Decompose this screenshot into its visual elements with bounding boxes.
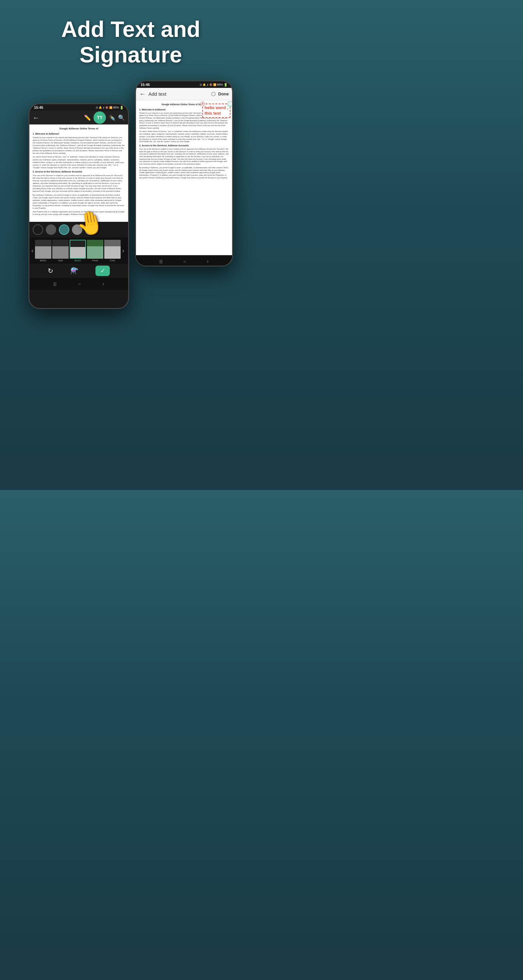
text-overlay-box[interactable]: × ↔ hello word , this test <box>203 103 230 118</box>
filter-button[interactable]: ⚗️ <box>70 267 78 275</box>
doc-s1-title-left: 1. Welcome to AdSense! <box>33 132 125 135</box>
thumb-color[interactable]: Color <box>104 240 121 262</box>
tt-button[interactable]: TT <box>94 111 106 124</box>
nav-menu-icon-right: ||| <box>159 259 163 264</box>
toolbar-left: ← ✏️ TT ✒️ 🔍 <box>29 111 128 124</box>
header-line1: Add Text and <box>6 16 255 42</box>
color-black[interactable] <box>33 224 43 235</box>
add-text-title: Add text <box>148 91 209 97</box>
status-icons-right: ⊡ 🔔 ⚷ 🔇 📶 89% 🔋 <box>200 83 228 87</box>
signature-button[interactable]: ✒️ <box>108 115 115 121</box>
thumb-auto[interactable]: Auto <box>52 240 69 262</box>
doc-s2-text-left: Your use of the Services is subject to y… <box>33 174 125 193</box>
doc-s1b-text-right: As used in these Terms of Service, "you"… <box>139 130 229 143</box>
header-section: Add Text and Signature <box>0 0 262 74</box>
hand-pointer: 🤚 <box>74 207 107 239</box>
nav-home-icon-right: ○ <box>183 259 186 264</box>
nav-menu-icon-left: ||| <box>53 282 56 286</box>
text-overlay-line1: hello word , <box>205 105 228 111</box>
nav-back-icon-left: ‹ <box>103 281 104 287</box>
thumb-next[interactable]: › <box>121 247 125 254</box>
doc-s1b-text-left: As used in these Terms of Service, "you"… <box>33 156 125 169</box>
text-overlay-line2: this test <box>205 111 228 116</box>
phones-section: 15:45 ⊡ 🔔 ⚷ 🔇 📶 90% 🔋 ← ✏️ TT ✒️ 🔍 <box>0 74 262 309</box>
doc-s2-text-right: Your use of the Services is subject to y… <box>139 148 229 165</box>
thumb-photo[interactable]: Photo <box>87 240 103 262</box>
status-icons-left: ⊡ 🔔 ⚷ 🔇 📶 90% 🔋 <box>96 106 124 110</box>
text-overlay-close-btn[interactable]: × <box>200 102 205 106</box>
doc-s2b-text-left: By enrolling in AdSense, you permit Goog… <box>33 194 125 210</box>
nav-bar-right: ||| ○ › <box>136 256 232 267</box>
text-overlay-handle-btn[interactable]: ↔ <box>228 102 232 106</box>
thumb-prev[interactable]: ‹ <box>31 247 34 254</box>
document-area-right: × ↔ hello word , this test Google AdSens… <box>136 100 232 255</box>
doc-s2b-text-right: By enrolling in AdSense, you permit Goog… <box>139 167 229 179</box>
document-area-left: Google AdSense Online Terms of 1. Welcom… <box>29 124 128 222</box>
status-bar-right: 15:46 ⊡ 🔔 ⚷ 🔇 📶 89% 🔋 <box>136 81 232 88</box>
share-icon-right[interactable]: ⬡ <box>211 91 216 97</box>
nav-home-icon-left: ○ <box>78 281 81 286</box>
confirm-button[interactable]: ✓ <box>96 266 110 276</box>
doc-title-left: Google AdSense Online Terms of <box>33 127 125 130</box>
header-line2: Signature <box>6 42 255 67</box>
status-bar-left: 15:45 ⊡ 🔔 ⚷ 🔇 📶 90% 🔋 <box>29 104 128 111</box>
refresh-button[interactable]: ↻ <box>48 267 53 275</box>
draw-tool-button[interactable]: ✏️ <box>84 115 91 121</box>
time-left: 15:45 <box>34 105 43 110</box>
tt-label: TT <box>97 115 102 120</box>
done-button[interactable]: Done <box>218 91 229 96</box>
phone-left: 15:45 ⊡ 🔔 ⚷ 🔇 📶 90% 🔋 ← ✏️ TT ✒️ 🔍 <box>29 103 129 309</box>
doc-s1-text-left: Thanks for your interest in our search a… <box>33 136 125 155</box>
bottom-action-bar: ↻ ⚗️ ✓ <box>29 264 128 278</box>
color-dark[interactable] <box>46 224 56 235</box>
thumbnail-strip: ‹ B&W1 Auto <box>29 237 128 264</box>
doc-s2-title-left: 2. Access to the Services; AdSense Accou… <box>33 170 125 173</box>
back-button-left[interactable]: ← <box>33 114 39 121</box>
search-button-left[interactable]: 🔍 <box>118 115 125 121</box>
back-button-right[interactable]: ← <box>139 90 146 98</box>
doc-s2-title-right: 2. Access to the Services; AdSense Accou… <box>139 144 229 147</box>
thumb-bw2-selected[interactable]: B&W2 <box>70 240 86 262</box>
nav-bar-left: ||| ○ ‹ <box>29 278 128 290</box>
nav-forward-icon-right: › <box>207 258 209 264</box>
time-right: 15:46 <box>140 83 150 87</box>
color-teal[interactable] <box>59 224 69 235</box>
toolbar-right: ← Add text ⬡ Done <box>136 88 232 100</box>
phone-right: 15:46 ⊡ 🔔 ⚷ 🔇 📶 89% 🔋 ← Add text ⬡ Done … <box>135 80 233 267</box>
thumb-bw1[interactable]: B&W1 <box>35 240 51 262</box>
